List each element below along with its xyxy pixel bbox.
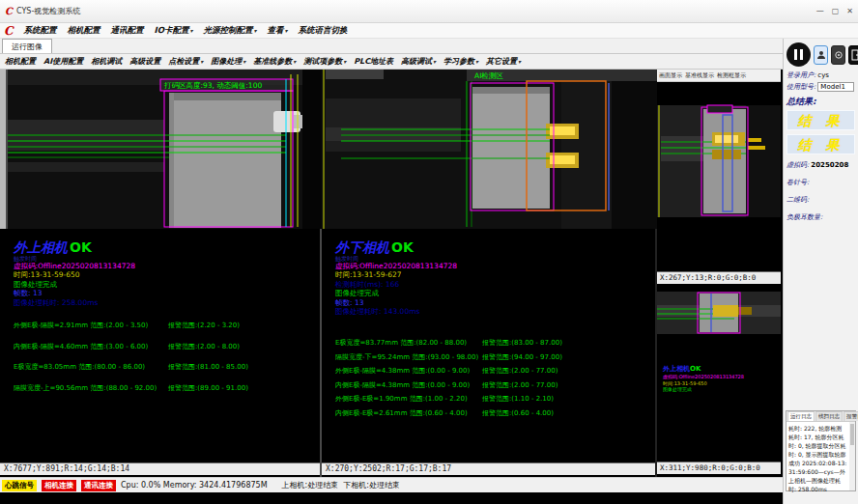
center-camera-info: 外下相机OK 触发时间 虚拟码:Offline2025020813134728 … <box>335 239 457 316</box>
measurement-row: 内侧E极-隔膜=4.38mm 范围:(0.00 - 9.00)报警范围:(2.0… <box>335 380 630 390</box>
measurement-row: 内侧E极-E极=2.61mm 范围:(0.60 - 4.00)报警范围:(0.6… <box>335 408 630 418</box>
tab-run-image[interactable]: 运行图像 <box>2 39 52 53</box>
operator-button[interactable] <box>814 45 828 65</box>
chevron-down-icon: ▾ <box>243 58 245 65</box>
thumb2-camera-name: 外上相机 <box>663 365 690 373</box>
exit-door-icon <box>851 49 858 61</box>
thumbnail-view-1[interactable] <box>657 82 781 271</box>
login-user-field: 登录用户: cys <box>784 69 858 80</box>
menu-camera-config[interactable]: 相机配置 <box>68 25 100 37</box>
qr-code-field: 二维码: <box>784 193 858 205</box>
tool-test-params[interactable]: 测试项参数▾ <box>303 56 346 67</box>
menu-comm-config[interactable]: 通讯配置 <box>111 25 144 37</box>
chevron-down-icon: ▾ <box>293 58 296 65</box>
left-pixel-coords: X:7677;Y:891;R:14;G:14;B:14 <box>0 462 320 475</box>
measurement-row: 外侧E极-隔膜=2.91mm 范围:(2.00 - 3.50)报警范围:(2.2… <box>14 321 308 330</box>
thumbnail-2-coords: X:311;Y:980;R:0;G:0;B:0 <box>657 462 781 474</box>
tool-advanced-debug[interactable]: 高级调试▾ <box>401 56 436 67</box>
thumbnail-1-coords: X:267;Y:13;R:0;G:0;B:0 <box>657 271 781 284</box>
tool-learning-params[interactable]: 学习参数▾ <box>443 56 478 67</box>
measurement-row: E极宽度=83.05mm 范围:(80.00 - 86.00)报警范围:(81.… <box>14 362 308 372</box>
tool-camera-debug[interactable]: 相机调试 <box>91 56 122 67</box>
title-bar: C CYS-视觉检测系统 — ▢ ✕ <box>0 0 858 23</box>
left-frame-count: 帧数: 13 <box>14 289 135 297</box>
chevron-down-icon: ▾ <box>343 58 346 65</box>
tab-alarm-log[interactable]: 报警日志 <box>844 411 858 421</box>
left-measurements: 外侧E极-隔膜=2.91mm 范围:(2.00 - 3.50)报警范围:(2.2… <box>14 321 308 404</box>
tab-linescan-log[interactable]: 线扫日志 <box>815 411 843 421</box>
left-camera-info: 外上相机OK 触发时间 虚拟码:Offline2025020813134728 … <box>14 239 135 307</box>
comm-connection-badge: 通讯连接 <box>81 480 116 491</box>
center-detect-elapsed: 检测耗时(ms): 166 <box>335 280 457 289</box>
tool-image-processing[interactable]: 图像处理▾ <box>211 56 245 67</box>
right-control-panel: 登录用户: cys 使用型号: Model1 总结果: 结 果 结 果 虚拟码:… <box>783 39 858 504</box>
center-status: 图像处理完成 <box>335 289 457 297</box>
chevron-down-icon: ▾ <box>284 27 287 34</box>
log-box: 运行日志 线扫日志 报警日志 耗时: 222, 轮廓检测耗时: 17, 轮廓分区… <box>786 410 856 491</box>
measurement-row: 隔膜宽度-上=90.56mm 范围:(88.00 - 92.00)报警范围:(8… <box>14 383 308 393</box>
pause-button[interactable] <box>786 42 811 67</box>
center-camera-image[interactable]: AI检测区 <box>322 70 657 229</box>
menu-system-config[interactable]: 系统配置 <box>24 25 57 37</box>
tool-baseline-params[interactable]: 基准线参数▾ <box>253 56 296 67</box>
chevron-down-icon: ▾ <box>475 58 478 65</box>
chevron-down-icon: ▾ <box>189 27 192 34</box>
tab-detect-frame-display[interactable]: 检测框显示 <box>717 71 746 80</box>
tool-spot-check[interactable]: 点检设置▾ <box>168 56 203 67</box>
left-camera-panel: 打码区高度:93, 动态阈值:100 外上相机OK 触发时间 虚拟码:Offli… <box>0 70 322 477</box>
tab-run-log[interactable]: 运行日志 <box>787 411 815 421</box>
main-area: 运行图像 相机配置 AI使用配置 相机调试 高级设置 点检设置▾ 图像处理▾ 基… <box>0 39 783 504</box>
doc-tab-row: 运行图像 <box>0 39 783 54</box>
chevron-down-icon: ▾ <box>518 58 521 65</box>
center-camera-panel: AI检测区 外下相机OK 触发时间 虚拟码:Offline20250208131… <box>322 70 657 477</box>
maximize-button[interactable]: ▢ <box>832 7 840 15</box>
close-button[interactable]: ✕ <box>846 7 853 15</box>
log-tabs: 运行日志 线扫日志 报警日志 <box>786 411 855 422</box>
thumbnail-view-2[interactable]: 外上相机OK 虚拟码:Offline2025020813134728 时间:13… <box>657 284 781 462</box>
menu-io-config[interactable]: IO卡配置▾ <box>155 25 193 37</box>
login-user-value: cys <box>817 71 829 79</box>
tab-baseline-display[interactable]: 基准线显示 <box>685 71 714 80</box>
lower-camera-status: 下相机:处理结束 <box>343 480 400 490</box>
chevron-down-icon: ▾ <box>253 27 256 34</box>
thumb2-result-ok: OK <box>690 365 701 373</box>
exit-button[interactable] <box>848 45 858 65</box>
menu-language-switch[interactable]: 系统语言切换 <box>299 25 348 37</box>
result-box-2: 结 果 <box>786 134 855 154</box>
tool-plc-table[interactable]: PLC地址表 <box>354 56 393 67</box>
center-barcode: 虚拟码:Offline2025020813134728 <box>335 262 457 270</box>
virtual-code-label: 虚拟码: <box>786 160 809 170</box>
window-title: CYS-视觉检测系统 <box>16 6 80 16</box>
lock-button[interactable] <box>831 45 845 65</box>
thumbnail-panel: 画面显示 基准线显示 检测框显示 <box>657 70 781 477</box>
minimize-button[interactable]: — <box>816 7 824 15</box>
brand-logo-icon: C <box>4 24 14 38</box>
tool-ai-config[interactable]: AI使用配置 <box>43 56 83 67</box>
menu-bar: C 系统配置 相机配置 通讯配置 IO卡配置▾ 光源控制配置▾ 查看▾ 系统语言… <box>0 23 858 39</box>
model-field: 使用型号: Model1 <box>784 80 858 92</box>
camera-connection-badge: 相机连接 <box>42 480 76 491</box>
center-time: 时间:13-31-59-627 <box>335 270 457 279</box>
pin-number-label: 卷针号: <box>786 178 809 187</box>
lock-icon <box>834 50 844 60</box>
log-content: 耗时: 222, 轮廓检测耗时: 17, 轮廓分区耗时: 0, 轮廓提取分区耗时… <box>786 422 855 495</box>
center-result-ok: OK <box>391 239 414 255</box>
left-camera-name: 外上相机 <box>14 239 68 255</box>
tool-other-settings[interactable]: 其它设置▾ <box>486 56 521 67</box>
left-elapsed: 图像处理耗时: 258.00ms <box>14 298 135 307</box>
measurement-row: E极宽度=83.77mm 范围:(82.00 - 88.00)报警范围:(83.… <box>335 338 630 348</box>
tool-advanced-settings[interactable]: 高级设置 <box>129 56 160 67</box>
main-toolbar: 相机配置 AI使用配置 相机调试 高级设置 点检设置▾ 图像处理▾ 基准线参数▾… <box>0 54 783 70</box>
tool-camera-config[interactable]: 相机配置 <box>5 56 36 67</box>
chevron-down-icon: ▾ <box>433 58 436 65</box>
center-camera-name: 外下相机 <box>335 239 389 255</box>
thumb2-barcode: 虚拟码:Offline2025020813134728 <box>663 374 744 380</box>
left-roi-label: 打码区高度:93, 动态阈值:100 <box>163 81 262 90</box>
control-buttons <box>784 39 858 69</box>
menu-light-config[interactable]: 光源控制配置▾ <box>203 25 256 37</box>
menu-view[interactable]: 查看▾ <box>267 25 287 37</box>
tab-image-display[interactable]: 画面显示 <box>659 71 682 80</box>
left-camera-image[interactable]: 打码区高度:93, 动态阈值:100 <box>0 70 322 229</box>
log-scrollbar[interactable] <box>849 422 855 490</box>
model-value[interactable]: Model1 <box>817 82 854 92</box>
